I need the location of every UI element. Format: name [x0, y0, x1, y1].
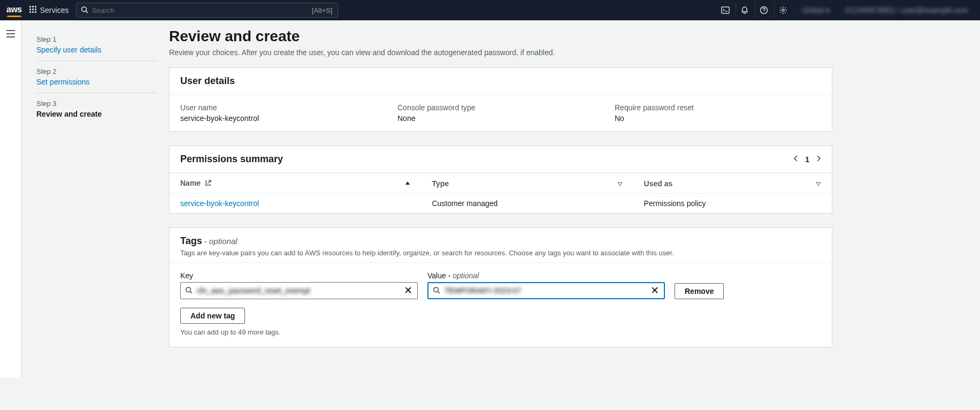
page-number: 1 [805, 155, 809, 164]
col-name[interactable]: Name [170, 173, 421, 194]
bell-icon[interactable] [736, 2, 754, 18]
cloudshell-icon[interactable] [716, 2, 734, 18]
hamburger-icon[interactable] [6, 30, 16, 377]
account-menu[interactable]: 012345678901 / user@example.com [839, 2, 974, 18]
svg-point-21 [434, 287, 439, 292]
svg-line-10 [86, 11, 88, 13]
step-label: Step 1 [36, 35, 156, 43]
col-used-as[interactable]: Used as [633, 173, 832, 194]
detail-username: User name service-byok-keycontrol [180, 103, 387, 123]
svg-rect-5 [35, 9, 36, 10]
specify-user-details-link[interactable]: Specify user details [36, 45, 101, 54]
tag-remove-col: Remove [675, 283, 724, 299]
pager: 1 [793, 155, 821, 164]
page-subtitle: Review your choices. After you create th… [169, 48, 832, 57]
tag-key-input[interactable] [194, 286, 404, 295]
help-icon[interactable] [755, 2, 773, 18]
policy-link[interactable]: service-byok-keycontrol [180, 199, 259, 208]
aws-logo[interactable]: aws [6, 5, 22, 16]
detail-console-password: Console password type None [397, 103, 604, 123]
search-icon [81, 6, 88, 15]
sort-icon[interactable] [816, 179, 821, 188]
svg-point-13 [782, 9, 784, 11]
search-input[interactable] [88, 6, 333, 14]
permissions-panel: Permissions summary 1 Name [169, 146, 832, 214]
svg-rect-8 [35, 11, 36, 13]
svg-rect-11 [722, 7, 729, 13]
svg-point-17 [186, 287, 191, 292]
permissions-table: Name Type [170, 173, 832, 213]
svg-line-18 [190, 291, 193, 293]
tag-key-input-wrap[interactable] [180, 282, 418, 299]
tag-value-input-wrap[interactable] [427, 282, 665, 299]
nav-icons [716, 2, 792, 18]
side-rail [0, 20, 21, 377]
set-permissions-link[interactable]: Set permissions [36, 78, 90, 86]
step-label: Step 2 [36, 67, 156, 75]
tag-key-column: Key [180, 271, 418, 299]
svg-rect-6 [29, 11, 31, 13]
wizard-nav: Step 1 Specify user details Step 2 Set p… [21, 20, 169, 377]
svg-rect-7 [32, 11, 34, 13]
search-icon [433, 286, 441, 295]
gear-icon[interactable] [774, 2, 792, 18]
pager-prev-icon[interactable] [793, 155, 799, 164]
search-shortcut: [Alt+S] [312, 6, 333, 14]
grid-icon [29, 6, 37, 15]
tags-desc: Tags are key-value pairs you can add to … [180, 249, 821, 257]
tag-value-label: Value - optional [427, 271, 665, 280]
pager-next-icon[interactable] [816, 155, 821, 164]
search-icon [185, 286, 194, 295]
sort-asc-icon[interactable] [405, 179, 410, 188]
tags-heading: Tags - optional [180, 236, 238, 246]
top-nav: aws Services [Alt+S] Global ▾ 0123456789… [0, 0, 980, 20]
table-row: service-byok-keycontrol Customer managed… [170, 194, 832, 214]
tag-key-label: Key [180, 271, 418, 280]
remove-tag-button[interactable]: Remove [675, 283, 724, 299]
tags-hint: You can add up to 49 more tags. [180, 328, 821, 336]
page-title: Review and create [169, 28, 832, 45]
add-tag-button[interactable]: Add new tag [180, 308, 245, 324]
review-create-label: Review and create [36, 110, 156, 118]
sort-icon[interactable] [617, 179, 623, 188]
svg-rect-4 [32, 9, 34, 10]
services-menu[interactable]: Services [26, 4, 72, 17]
region-selector[interactable]: Global ▾ [797, 2, 835, 18]
wizard-step-2: Step 2 Set permissions [36, 61, 156, 93]
user-details-panel: User details User name service-byok-keyc… [169, 67, 832, 132]
user-details-heading: User details [180, 75, 235, 87]
policy-type: Customer managed [421, 194, 633, 214]
tag-value-column: Value - optional [427, 271, 665, 299]
tag-value-input[interactable] [441, 286, 651, 295]
svg-rect-0 [29, 6, 31, 7]
policy-used-as: Permissions policy [633, 194, 832, 214]
detail-require-reset: Require password reset No [615, 103, 821, 123]
wizard-step-1: Step 1 Specify user details [36, 29, 156, 61]
svg-rect-3 [29, 9, 31, 10]
global-search[interactable]: [Alt+S] [76, 3, 338, 18]
col-type[interactable]: Type [421, 173, 633, 194]
clear-icon[interactable] [404, 286, 413, 295]
svg-rect-2 [35, 6, 36, 7]
svg-line-22 [438, 291, 440, 293]
wizard-step-3: Step 3 Review and create [36, 93, 156, 125]
tags-panel: Tags - optional Tags are key-value pairs… [169, 227, 832, 347]
svg-point-9 [82, 6, 87, 11]
clear-icon[interactable] [651, 286, 660, 295]
permissions-heading: Permissions summary [180, 154, 283, 165]
services-label: Services [40, 6, 69, 14]
svg-rect-1 [32, 6, 34, 7]
step-label: Step 3 [36, 100, 156, 108]
main-content: Review and create Review your choices. A… [169, 20, 843, 377]
external-link-icon [205, 179, 211, 188]
